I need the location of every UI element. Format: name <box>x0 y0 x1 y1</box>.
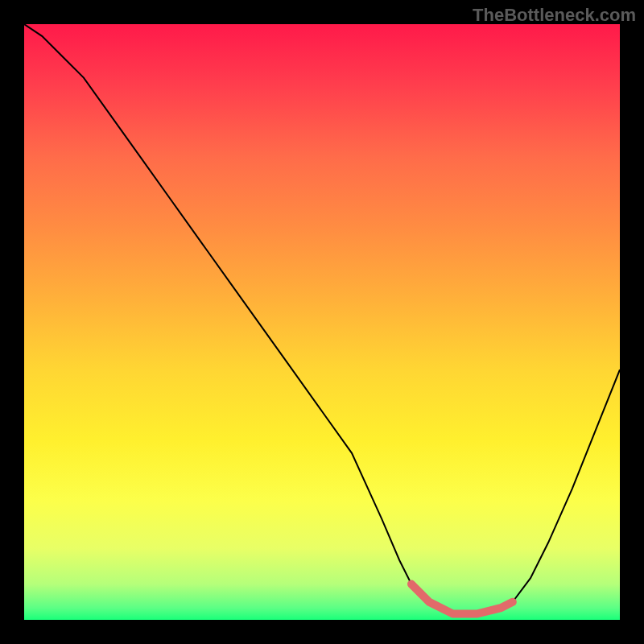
chart-svg <box>24 24 620 620</box>
bottleneck-curve-path <box>24 24 620 614</box>
watermark-text: TheBottleneck.com <box>473 5 636 26</box>
chart-plot-area <box>24 24 620 620</box>
optimal-band-highlight-path <box>411 584 513 614</box>
